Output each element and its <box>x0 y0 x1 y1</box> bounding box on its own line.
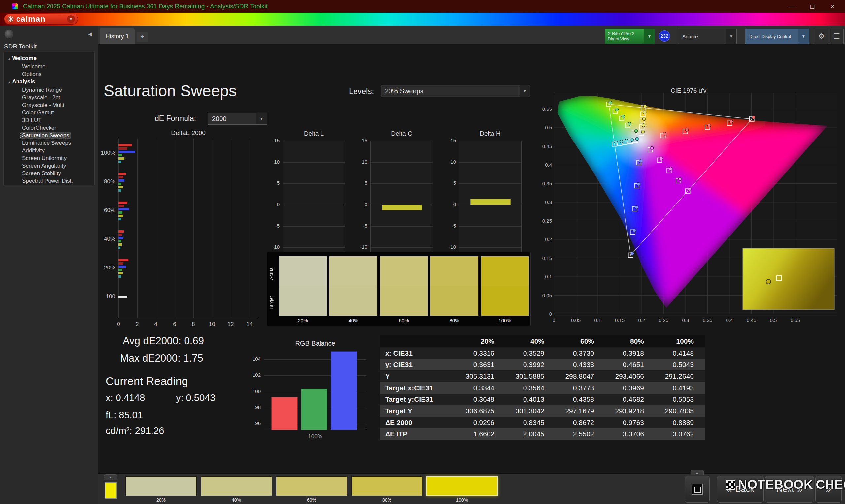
patch-swatch[interactable] <box>426 476 498 496</box>
table-row-label: Target x:CIE31 <box>380 382 456 394</box>
gridline <box>371 226 433 227</box>
drawer-handle-icon[interactable]: ▲ <box>690 470 704 475</box>
sidebar-item-screen-uniformity[interactable]: Screen Uniformity <box>4 155 94 162</box>
sidebar-collapse-button[interactable]: ◀ <box>85 29 95 39</box>
sidebar-item-3d-lut[interactable]: 3D LUT <box>4 116 94 124</box>
tree-expander-icon[interactable]: ▴ <box>8 80 10 84</box>
display-control-label: Direct Display Control <box>745 34 795 39</box>
axis-tick-label: -5 <box>344 223 367 229</box>
sidebar-item-spectral-power-dist[interactable]: Spectral Power Dist. <box>4 177 94 185</box>
pattern-window-button[interactable] <box>685 475 710 503</box>
pattern-patch-20[interactable]: 20% <box>125 476 197 503</box>
tree-item-label: Grayscale - Multi <box>21 102 66 108</box>
patch-swatch[interactable] <box>276 476 347 496</box>
rgb-balance-chart: RGB Balance 1041021009896 100% <box>245 340 384 442</box>
logo-dropdown-icon[interactable]: ▼ <box>67 15 75 23</box>
axis-tick-label: 40% <box>92 236 115 242</box>
add-tab-button[interactable]: + <box>137 32 148 41</box>
cie-measured-marker <box>609 101 612 104</box>
tree-expander-icon[interactable]: ▴ <box>8 57 10 61</box>
table-cell: 3.0762 <box>655 428 705 440</box>
sidebar-item-dynamic-range[interactable]: Dynamic Range <box>4 86 94 94</box>
sidebar-item-welcome[interactable]: Welcome <box>4 63 94 70</box>
rainbow-banner <box>0 13 845 26</box>
display-control-dropdown[interactable]: Direct Display Control ▼ <box>745 29 809 44</box>
gear-icon[interactable]: ⚙ <box>815 29 828 44</box>
sidebar-item-grayscale-2pt[interactable]: Grayscale - 2pt <box>4 94 94 101</box>
minimize-button[interactable]: — <box>781 0 802 13</box>
meter-dropdown[interactable]: X-Rite i1Pro 2 Direct View ▼ <box>605 29 655 44</box>
settings-menu-icon[interactable]: ☰ <box>830 29 844 44</box>
axis-tick-label: 0.1 <box>545 274 552 280</box>
table-cell: 0.3344 <box>456 382 506 394</box>
sidebar-section-welcome: ▴Welcome <box>4 54 94 63</box>
cie-measured-marker <box>650 146 654 150</box>
current-fl: fL: 85.01 <box>106 410 143 420</box>
calman-logo-button[interactable]: calman ▼ <box>4 14 78 25</box>
sidebar-item-saturation-sweeps[interactable]: Saturation Sweeps <box>4 132 94 139</box>
axis-tick-label: 0.45 <box>542 143 552 149</box>
sidebar-item-grayscale-multi[interactable]: Grayscale - Multi <box>4 101 94 109</box>
window-pattern-icon <box>691 484 703 495</box>
current-y: y: 0.5043 <box>176 393 215 403</box>
current-reading-label: Current Reading <box>106 375 188 388</box>
gridline <box>212 139 212 318</box>
axis-tick-label: 0.3 <box>545 199 552 205</box>
sidebar-item-additivity[interactable]: Additivity <box>4 147 94 155</box>
table-header-cell: 20% <box>456 336 506 347</box>
close-button[interactable]: × <box>823 0 843 13</box>
pattern-patch-100[interactable]: 100% <box>426 476 498 503</box>
table-cell: 301.3042 <box>506 405 556 417</box>
chevron-down-icon[interactable]: ▼ <box>256 113 267 124</box>
gridline <box>283 226 345 227</box>
axis-tick-label: 10 <box>257 159 280 165</box>
watermark-text: CHECK <box>816 478 845 492</box>
table-header-cell: 80% <box>605 336 655 347</box>
levels-value: 20% Sweeps <box>381 87 427 95</box>
patch-swatch[interactable] <box>125 476 197 496</box>
drawer-handle-icon[interactable]: ▲ <box>104 474 117 480</box>
chevron-down-icon[interactable]: ▼ <box>798 29 809 43</box>
tree-item-label: Screen Angularity <box>21 163 67 169</box>
tree-item-label: ColorChecker <box>21 125 58 131</box>
table-cell: 293.4066 <box>605 371 655 382</box>
gridline <box>371 183 433 184</box>
sidebar-item-colorchecker[interactable]: ColorChecker <box>4 124 94 132</box>
chevron-down-icon[interactable]: ▼ <box>726 29 736 43</box>
pattern-patch-60[interactable]: 60% <box>276 476 347 503</box>
table-header-cell: 60% <box>556 336 605 347</box>
tree-item-label: Color Gamut <box>21 109 55 116</box>
gridline <box>459 205 521 205</box>
sidebar-item-screen-angularity[interactable]: Screen Angularity <box>4 162 94 169</box>
sidebar-item-luminance-sweeps[interactable]: Luminance Sweeps <box>4 139 94 147</box>
patch-label: 60% <box>276 498 347 503</box>
levels-dropdown[interactable]: 20% Sweeps ▼ <box>381 85 530 97</box>
chevron-down-icon[interactable]: ▼ <box>644 29 654 43</box>
main-panel: History 1 + X-Rite i1Pro 2 Direct View ▼… <box>98 26 845 504</box>
de-formula-dropdown[interactable]: 2000 ▼ <box>208 113 267 125</box>
swatch-label: 80% <box>430 318 478 323</box>
axis-tick-label: 0.15 <box>615 317 624 323</box>
source-dropdown[interactable]: Source ▼ <box>678 29 737 44</box>
patch-swatch[interactable] <box>201 476 272 496</box>
table-cell: 0.8672 <box>556 417 605 428</box>
sidebar-item-screen-stability[interactable]: Screen Stability <box>4 169 94 177</box>
sidebar-item-options[interactable]: Options <box>4 70 94 78</box>
sidebar-item-color-gamut[interactable]: Color Gamut <box>4 109 94 116</box>
de-bar <box>119 205 124 207</box>
tree-item-label: Options <box>21 71 43 77</box>
pattern-patch-40[interactable]: 40% <box>201 476 272 503</box>
gridline <box>283 205 345 205</box>
chevron-down-icon[interactable]: ▼ <box>520 86 530 97</box>
status-ball-icon[interactable] <box>5 30 13 38</box>
tree-item-label: Dynamic Range <box>21 87 64 93</box>
patch-swatch[interactable] <box>351 476 423 496</box>
maximize-button[interactable]: □ <box>802 0 823 13</box>
axis-tick-label: 8 <box>187 321 200 327</box>
tab-history-1[interactable]: History 1 <box>100 29 135 44</box>
table-cell: 0.3529 <box>506 347 556 359</box>
swatch-column-100: 100% <box>481 256 529 323</box>
cie-measured-marker <box>685 128 689 131</box>
pattern-patch-80[interactable]: 80% <box>351 476 423 503</box>
axis-tick-label: 15 <box>433 138 456 143</box>
